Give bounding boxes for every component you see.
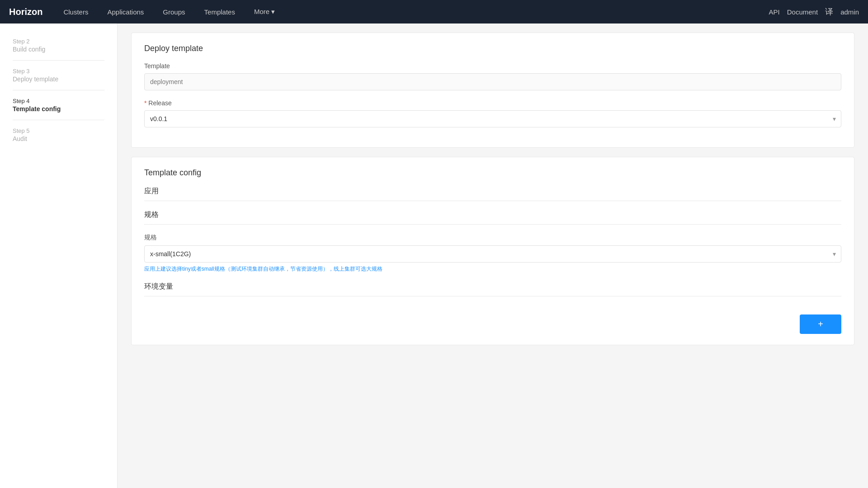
nav-clusters[interactable]: Clusters [56, 5, 95, 19]
sidebar-item-step4[interactable]: Step 4 Template config [0, 92, 117, 118]
nav-api[interactable]: API [769, 8, 780, 16]
divider-1 [13, 60, 104, 61]
top-nav: Horizon Clusters Applications Groups Tem… [0, 0, 868, 23]
env-section-header: 环境变量 [144, 282, 841, 296]
brand: Horizon [9, 7, 42, 17]
spec-label: 规格 [144, 234, 841, 242]
spec-select-wrapper: x-small(1C2G) small(2C4G) medium(4C8G) l… [144, 245, 841, 263]
nav-translate[interactable]: 译 [825, 6, 833, 17]
spec-hint: 应用上建议选择tiny或者small规格（测试环境集群自动继承，节省资源使用），… [144, 265, 841, 273]
spec-select[interactable]: x-small(1C2G) small(2C4G) medium(4C8G) l… [144, 245, 841, 263]
divider-2 [13, 90, 104, 90]
release-select-wrapper: v0.0.1 [144, 110, 841, 127]
sidebar-item-step2[interactable]: Step 2 Build config [0, 33, 117, 58]
nav-groups[interactable]: Groups [156, 5, 192, 19]
template-config-card: Template config 应用 规格 规格 x-small(1C2G) s… [131, 157, 854, 345]
nav-more[interactable]: More ▾ [247, 5, 282, 19]
template-label: Template [144, 62, 841, 70]
add-button-container: + [144, 305, 841, 334]
nav-document[interactable]: Document [787, 8, 818, 16]
main-layout: Step 2 Build config Step 3 Deploy templa… [0, 23, 868, 488]
nav-items: Clusters Applications Groups Templates M… [56, 5, 769, 19]
add-button[interactable]: + [800, 314, 841, 334]
deploy-template-title: Deploy template [144, 44, 841, 53]
sidebar-item-step5[interactable]: Step 5 Audit [0, 122, 117, 148]
template-config-title: Template config [144, 168, 841, 178]
sidebar-item-step3[interactable]: Step 3 Deploy template [0, 62, 117, 88]
release-select[interactable]: v0.0.1 [144, 110, 841, 127]
spec-field-group: 规格 x-small(1C2G) small(2C4G) medium(4C8G… [144, 234, 841, 273]
deploy-template-card: Deploy template Template * Release v0.0.… [131, 33, 854, 148]
nav-templates[interactable]: Templates [197, 5, 242, 19]
app-section-header: 应用 [144, 187, 841, 201]
sidebar: Step 2 Build config Step 3 Deploy templa… [0, 23, 118, 488]
main-content: Deploy template Template * Release v0.0.… [118, 23, 868, 488]
release-label: * Release [144, 99, 841, 107]
nav-right: API Document 译 admin [769, 6, 859, 17]
nav-applications[interactable]: Applications [100, 5, 151, 19]
divider-3 [13, 120, 104, 120]
template-input[interactable] [144, 73, 841, 90]
nav-admin[interactable]: admin [840, 8, 859, 16]
release-field-group: * Release v0.0.1 [144, 99, 841, 127]
spec-section-header: 规格 [144, 210, 841, 225]
template-field-group: Template [144, 62, 841, 90]
